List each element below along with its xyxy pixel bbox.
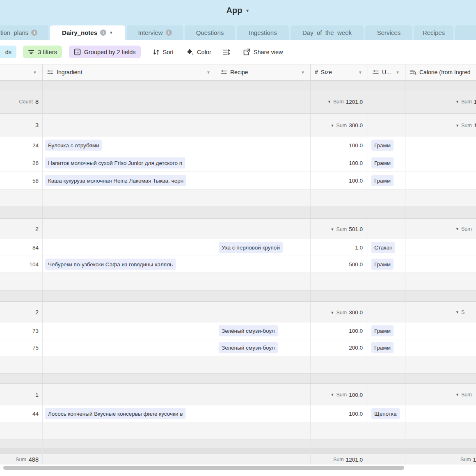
grid-cell[interactable]: Каша кукуруза молочная Heinz Лакомая Тык… [43,172,216,189]
grid-cell[interactable]: 2 [0,302,43,323]
grid-cell[interactable] [43,219,216,239]
grid-cell[interactable] [311,81,368,90]
grid-cell[interactable] [0,356,43,373]
grid-cell[interactable] [43,207,216,218]
column-header-ingradient[interactable]: Ingradient▼ [43,64,216,80]
unit-pill[interactable]: Грамм [371,325,394,336]
grid-cell[interactable] [368,356,405,373]
grid-cell[interactable]: Sum1201.0 [311,454,368,465]
grid-cell[interactable]: Щепотка [368,405,405,422]
grid-cell[interactable] [43,422,216,439]
grid-cell[interactable] [405,154,476,172]
column-header-u-[interactable]: U...▼ [368,64,405,80]
grid-cell[interactable]: Лосось копченый Вкусные консервы филе ку… [43,405,216,422]
grid-cell[interactable] [216,448,311,454]
grid-cell[interactable] [405,439,476,448]
grid-cell[interactable] [405,256,476,272]
grid-cell[interactable]: Зелёный смузи-боул [216,339,311,356]
column-header-rownum[interactable]: ▼ [0,64,43,80]
share-view-button[interactable]: Share view [243,48,283,55]
hidden-fields-badge[interactable]: ds [0,46,16,58]
grid-cell[interactable] [43,190,216,206]
grid-cell[interactable] [311,273,368,290]
grid-cell[interactable] [0,273,43,290]
grid-cell[interactable]: ▼Sum300.0 [311,302,368,323]
grid-cell[interactable]: 104 [0,256,43,272]
grid-cell[interactable] [311,422,368,439]
grid-cell[interactable]: Грамм [368,323,405,339]
horizontal-scrollbar-thumb[interactable] [3,466,404,470]
grid-cell[interactable]: 100.0 [311,172,368,189]
sum-summary[interactable]: ▼Sum1 [455,122,476,128]
grid-cell[interactable] [43,454,216,465]
grid-cell[interactable] [216,374,311,383]
sum-summary[interactable]: ▼S [455,309,465,315]
grid-cell[interactable] [43,114,216,137]
grid-cell[interactable]: 58 [0,172,43,189]
column-header-caret-icon[interactable]: ▼ [301,70,305,75]
grid-cell[interactable] [216,90,311,113]
grid-cell[interactable]: Грамм [368,137,405,154]
sum-summary[interactable]: ▼Sum300.0 [331,122,363,128]
sum-summary[interactable]: ▼Sum501.0 [331,226,363,232]
grid-cell[interactable]: 2 [0,219,43,239]
grid-cell[interactable] [216,81,311,90]
grid-cell[interactable] [216,302,311,323]
grid-cell[interactable]: ▼Sum501.0 [311,219,368,239]
grid-cell[interactable]: 26 [0,154,43,172]
grid-cell[interactable] [368,114,405,137]
grid-cell[interactable] [311,291,368,301]
sum-summary[interactable]: ▼Sum [455,392,472,398]
grid-cell[interactable]: ▼Sum1 [405,114,476,137]
unit-pill[interactable]: Грамм [371,259,394,270]
grid-cell[interactable] [405,239,476,256]
grid-cell[interactable] [43,302,216,323]
grid-cell[interactable] [216,219,311,239]
grid-cell[interactable]: 500.0 [311,256,368,272]
grid-cell[interactable] [216,190,311,206]
grid-cell[interactable] [216,172,311,189]
grid-cell[interactable] [311,448,368,454]
grid-cell[interactable] [216,356,311,373]
grid-cell[interactable]: Зелёный смузи-боул [216,323,311,339]
column-header-calorie-from-ingred[interactable]: Calorie (from Ingred [405,64,476,80]
grid-cell[interactable] [216,422,311,439]
grid-cell[interactable]: Стакан [368,239,405,256]
grid-cell[interactable] [368,422,405,439]
grid-cell[interactable] [368,207,405,218]
column-header-recipe[interactable]: Recipe▼ [216,64,311,80]
grid-cell[interactable]: 1 [0,384,43,405]
column-header-caret-icon[interactable]: ▼ [206,70,211,75]
grid-cell[interactable]: Sum1 [405,454,476,465]
filters-badge[interactable]: 3 filters [23,46,62,58]
footer-count-sum[interactable]: Sum488 [16,456,39,463]
grid-cell[interactable]: 200.0 [311,339,368,356]
grid-cell[interactable] [405,405,476,422]
tab-ingestions[interactable]: Ingestions [237,25,289,40]
grid-cell[interactable] [405,190,476,206]
grid-cell[interactable] [216,154,311,172]
grid-cell[interactable] [311,356,368,373]
sum-summary[interactable]: Sum1201.0 [333,456,363,462]
recipe-pill[interactable]: Зелёный смузи-боул [219,325,278,336]
sum-summary[interactable]: ▼Sum1 [455,98,476,105]
ingredient-pill[interactable]: Лосось копченый Вкусные консервы филе ку… [45,408,185,419]
grid-cell[interactable] [216,256,311,272]
grid-cell[interactable] [43,273,216,290]
grid-cell[interactable]: Булочка с отрубями [43,137,216,154]
grid-cell[interactable] [405,172,476,189]
grid-cell[interactable] [216,405,311,422]
tab-recipes[interactable]: Recipes [414,25,453,40]
grid-cell[interactable] [216,207,311,218]
grid-cell[interactable] [311,190,368,206]
grid-cell[interactable] [43,439,216,448]
grid-cell[interactable] [405,207,476,218]
grid-cell[interactable] [0,439,43,448]
grid-cell[interactable] [216,273,311,290]
grid-cell[interactable] [368,454,405,465]
grid-cell[interactable]: 24 [0,137,43,154]
grid-cell[interactable] [405,137,476,154]
tab-rition_plans[interactable]: rition_plansi [0,25,48,40]
grid-cell[interactable] [0,207,43,218]
sum-summary[interactable]: Sum1 [460,456,476,462]
